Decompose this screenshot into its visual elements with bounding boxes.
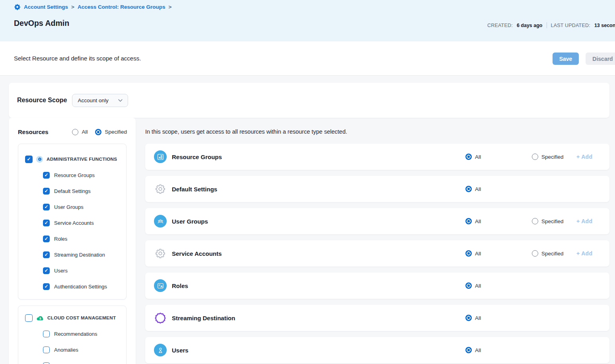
created-label: CREATED: [487, 23, 513, 28]
action-bar: Select Resource and define its scope of … [0, 41, 615, 76]
radio-all[interactable]: All [465, 315, 481, 321]
add-button[interactable]: + Add [576, 154, 592, 160]
checkbox-cloud-cost-management[interactable] [25, 314, 33, 322]
row-title: Service Accounts [172, 250, 222, 257]
add-button[interactable]: + Add [576, 218, 592, 224]
radio-all-label: All [475, 186, 481, 192]
resources-radio-specified[interactable]: Specified [95, 129, 127, 135]
checkbox-folders[interactable] [43, 362, 50, 364]
checkbox-administrative-functions[interactable] [25, 156, 33, 163]
checkbox-roles[interactable] [43, 236, 50, 242]
resource-groups-icon [154, 150, 167, 163]
resources-radio-all[interactable]: All [72, 129, 88, 135]
item-label: Default Settings [54, 188, 91, 194]
radio-all-icon[interactable] [465, 347, 472, 353]
sidebar-item-user-groups: User Groups [18, 199, 126, 215]
group-header: $ CLOUD COST MANAGEMENT [18, 310, 126, 326]
settings-gear-icon [14, 4, 21, 10]
radio-specified-icon[interactable] [532, 154, 538, 160]
page-title: DevOps Admin [14, 19, 69, 28]
row-resource-groups: Resource Groups All Specified + Add [145, 144, 609, 170]
item-label: Roles [54, 236, 67, 242]
radio-all-icon[interactable] [465, 154, 472, 160]
radio-all[interactable]: All [465, 282, 481, 289]
checkbox-anomalies[interactable] [43, 346, 50, 353]
gear-icon [154, 247, 167, 260]
radio-specified[interactable]: Specified [532, 250, 564, 257]
checkbox-resource-groups[interactable] [43, 172, 50, 179]
radio-all-icon[interactable] [465, 186, 472, 192]
sidebar-item-users: Users [18, 263, 126, 278]
save-button[interactable]: Save [553, 53, 579, 65]
row-service-accounts: Service Accounts All Specified + Add [145, 240, 609, 267]
breadcrumb-separator: > [168, 4, 171, 10]
breadcrumb-link-access-control[interactable]: Access Control: Resource Groups [78, 4, 165, 10]
cloud-cost-icon: $ [36, 315, 44, 321]
add-button[interactable]: + Add [576, 250, 592, 257]
sidebar-item-service-accounts: Service Accounts [18, 215, 126, 231]
item-label: Users [54, 268, 68, 274]
checkbox-user-groups[interactable] [43, 204, 50, 210]
radio-specified-icon[interactable] [532, 250, 538, 257]
row-users: Users All [145, 337, 609, 363]
checkbox-default-settings[interactable] [43, 188, 50, 195]
row-streaming-destination: Streaming Destination All [145, 305, 609, 331]
resources-header: Resources All Specified [9, 118, 136, 135]
checkbox-streaming-destination[interactable] [43, 251, 50, 258]
resource-rows: Resource Groups All Specified + Add Defa… [145, 144, 609, 363]
instruction-text: Select Resource and define its scope of … [14, 55, 141, 62]
resources-sidebar: Resources All Specified ADMINISTRATIVE [9, 118, 136, 364]
resource-scope-dropdown[interactable]: Account only [72, 94, 128, 107]
discard-button[interactable]: Discard [586, 53, 615, 65]
radio-all-icon[interactable] [72, 129, 78, 135]
radio-specified-icon[interactable] [95, 129, 101, 135]
roles-icon [154, 279, 167, 292]
radio-all[interactable]: All [465, 347, 481, 353]
content-region: Resource Scope Account only Resources Al… [0, 76, 615, 364]
group-header: ADMINISTRATIVE FUNCTIONS [18, 151, 126, 167]
row-title: Users [172, 347, 189, 354]
admin-functions-icon [36, 156, 43, 163]
item-label: Service Accounts [54, 220, 94, 226]
radio-specified-label: Specified [541, 218, 564, 224]
radio-all[interactable]: All [465, 186, 481, 192]
checkbox-authentication-settings[interactable] [43, 283, 50, 290]
radio-all-icon[interactable] [465, 218, 472, 224]
created-value: 6 days ago [517, 23, 543, 28]
sidebar-group-cloud-cost-management: $ CLOUD COST MANAGEMENT Recommendations … [18, 306, 127, 364]
sidebar-item-authentication-settings: Authentication Settings [18, 278, 126, 294]
checkbox-users[interactable] [43, 267, 50, 274]
item-label: Resource Groups [54, 172, 95, 178]
page-header: Account Settings > Access Control: Resou… [0, 0, 615, 41]
radio-all[interactable]: All [465, 218, 481, 224]
group-label: CLOUD COST MANAGEMENT [47, 315, 116, 321]
radio-specified-icon[interactable] [532, 218, 538, 224]
radio-specified-label: Specified [541, 251, 564, 257]
radio-specified[interactable]: Specified [532, 218, 564, 224]
row-title: Roles [172, 282, 188, 289]
radio-all-label: All [475, 315, 481, 321]
radio-specified-label: Specified [541, 154, 564, 160]
item-label: Streaming Destination [54, 252, 105, 258]
radio-all-icon[interactable] [465, 250, 472, 257]
radio-all-label: All [475, 218, 481, 224]
breadcrumb-link-account-settings[interactable]: Account Settings [24, 4, 68, 10]
radio-all-label: All [475, 251, 481, 257]
sidebar-item-streaming-destination: Streaming Destination [18, 247, 126, 263]
row-title: Streaming Destination [172, 315, 235, 321]
radio-all-icon[interactable] [465, 315, 472, 321]
radio-all-label: All [475, 154, 481, 160]
radio-all-label: All [82, 129, 88, 135]
radio-all-icon[interactable] [465, 282, 472, 289]
row-roles: Roles All [145, 273, 609, 299]
radio-all[interactable]: All [465, 154, 481, 160]
gear-icon [154, 183, 167, 195]
checkbox-recommendations[interactable] [43, 331, 50, 337]
last-updated-value: 13 seconds ago [594, 23, 615, 28]
sidebar-group-administrative-functions: ADMINISTRATIVE FUNCTIONS Resource Groups… [18, 144, 127, 300]
row-title: Resource Groups [172, 154, 222, 160]
sidebar-item-default-settings: Default Settings [18, 183, 126, 199]
checkbox-service-accounts[interactable] [43, 220, 50, 226]
radio-specified[interactable]: Specified [532, 154, 564, 160]
radio-all[interactable]: All [465, 250, 481, 257]
